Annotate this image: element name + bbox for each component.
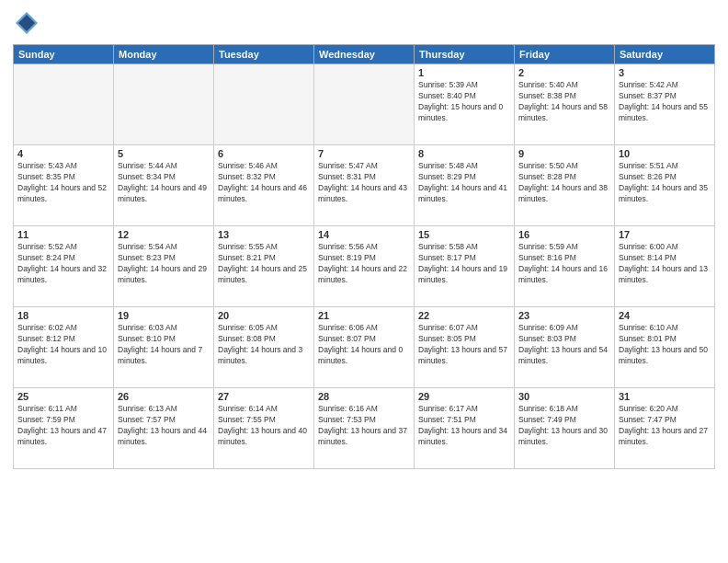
page: SundayMondayTuesdayWednesdayThursdayFrid…	[0, 0, 728, 563]
calendar-cell: 28Sunrise: 6:16 AMSunset: 7:53 PMDayligh…	[314, 388, 415, 469]
weekday-header-wednesday: Wednesday	[314, 45, 415, 64]
day-info: Sunrise: 6:07 AMSunset: 8:05 PMDaylight:…	[418, 323, 510, 367]
calendar-cell: 31Sunrise: 6:20 AMSunset: 7:47 PMDayligh…	[615, 388, 715, 469]
logo	[13, 9, 44, 37]
calendar-cell: 11Sunrise: 5:52 AMSunset: 8:24 PMDayligh…	[14, 226, 114, 307]
day-number: 12	[118, 229, 210, 240]
calendar-cell: 18Sunrise: 6:02 AMSunset: 8:12 PMDayligh…	[14, 307, 114, 388]
svg-marker-1	[18, 15, 35, 31]
day-number: 17	[619, 229, 711, 240]
day-number: 31	[619, 391, 711, 402]
day-info: Sunrise: 5:59 AMSunset: 8:16 PMDaylight:…	[518, 242, 610, 286]
day-info: Sunrise: 6:10 AMSunset: 8:01 PMDaylight:…	[619, 323, 711, 367]
calendar-cell: 14Sunrise: 5:56 AMSunset: 8:19 PMDayligh…	[314, 226, 415, 307]
day-number: 14	[318, 229, 410, 240]
day-number: 20	[218, 310, 310, 321]
weekday-header-thursday: Thursday	[415, 45, 515, 64]
day-info: Sunrise: 5:46 AMSunset: 8:32 PMDaylight:…	[218, 161, 310, 205]
day-info: Sunrise: 5:51 AMSunset: 8:26 PMDaylight:…	[619, 161, 711, 205]
day-info: Sunrise: 6:20 AMSunset: 7:47 PMDaylight:…	[619, 404, 711, 448]
day-number: 9	[518, 148, 610, 159]
day-info: Sunrise: 5:50 AMSunset: 8:28 PMDaylight:…	[518, 161, 610, 205]
weekday-header-saturday: Saturday	[615, 45, 715, 64]
day-number: 19	[118, 310, 210, 321]
calendar-cell: 25Sunrise: 6:11 AMSunset: 7:59 PMDayligh…	[14, 388, 114, 469]
calendar-cell: 23Sunrise: 6:09 AMSunset: 8:03 PMDayligh…	[515, 307, 615, 388]
calendar-cell: 6Sunrise: 5:46 AMSunset: 8:32 PMDaylight…	[214, 145, 314, 226]
weekday-header-row: SundayMondayTuesdayWednesdayThursdayFrid…	[14, 45, 715, 64]
day-info: Sunrise: 5:40 AMSunset: 8:38 PMDaylight:…	[518, 80, 610, 124]
day-number: 4	[17, 148, 109, 159]
day-number: 23	[518, 310, 610, 321]
day-info: Sunrise: 6:06 AMSunset: 8:07 PMDaylight:…	[318, 323, 410, 367]
day-number: 29	[418, 391, 510, 402]
day-info: Sunrise: 5:48 AMSunset: 8:29 PMDaylight:…	[418, 161, 510, 205]
calendar-cell: 3Sunrise: 5:42 AMSunset: 8:37 PMDaylight…	[615, 64, 715, 145]
calendar-cell: 26Sunrise: 6:13 AMSunset: 7:57 PMDayligh…	[114, 388, 214, 469]
week-row-4: 18Sunrise: 6:02 AMSunset: 8:12 PMDayligh…	[14, 307, 715, 388]
day-info: Sunrise: 6:03 AMSunset: 8:10 PMDaylight:…	[118, 323, 210, 367]
day-number: 25	[17, 391, 109, 402]
calendar-cell: 30Sunrise: 6:18 AMSunset: 7:49 PMDayligh…	[515, 388, 615, 469]
week-row-5: 25Sunrise: 6:11 AMSunset: 7:59 PMDayligh…	[14, 388, 715, 469]
day-number: 15	[418, 229, 510, 240]
day-info: Sunrise: 6:00 AMSunset: 8:14 PMDaylight:…	[619, 242, 711, 286]
day-number: 30	[518, 391, 610, 402]
day-number: 10	[619, 148, 711, 159]
calendar-cell: 22Sunrise: 6:07 AMSunset: 8:05 PMDayligh…	[415, 307, 515, 388]
weekday-header-monday: Monday	[114, 45, 214, 64]
day-info: Sunrise: 5:54 AMSunset: 8:23 PMDaylight:…	[118, 242, 210, 286]
calendar-cell: 17Sunrise: 6:00 AMSunset: 8:14 PMDayligh…	[615, 226, 715, 307]
day-info: Sunrise: 6:18 AMSunset: 7:49 PMDaylight:…	[518, 404, 610, 448]
day-info: Sunrise: 5:43 AMSunset: 8:35 PMDaylight:…	[17, 161, 109, 205]
calendar-cell	[314, 64, 415, 145]
day-info: Sunrise: 5:44 AMSunset: 8:34 PMDaylight:…	[118, 161, 210, 205]
header	[13, 9, 715, 37]
day-number: 26	[118, 391, 210, 402]
day-number: 1	[418, 67, 510, 78]
calendar-cell: 24Sunrise: 6:10 AMSunset: 8:01 PMDayligh…	[615, 307, 715, 388]
day-info: Sunrise: 6:17 AMSunset: 7:51 PMDaylight:…	[418, 404, 510, 448]
weekday-header-tuesday: Tuesday	[214, 45, 314, 64]
day-number: 6	[218, 148, 310, 159]
day-number: 8	[418, 148, 510, 159]
day-number: 2	[518, 67, 610, 78]
calendar-cell: 10Sunrise: 5:51 AMSunset: 8:26 PMDayligh…	[615, 145, 715, 226]
day-info: Sunrise: 6:16 AMSunset: 7:53 PMDaylight:…	[318, 404, 410, 448]
week-row-2: 4Sunrise: 5:43 AMSunset: 8:35 PMDaylight…	[14, 145, 715, 226]
day-number: 7	[318, 148, 410, 159]
day-info: Sunrise: 5:58 AMSunset: 8:17 PMDaylight:…	[418, 242, 510, 286]
calendar-cell: 4Sunrise: 5:43 AMSunset: 8:35 PMDaylight…	[14, 145, 114, 226]
calendar-cell: 9Sunrise: 5:50 AMSunset: 8:28 PMDaylight…	[515, 145, 615, 226]
calendar-cell	[214, 64, 314, 145]
day-number: 28	[318, 391, 410, 402]
calendar-cell: 19Sunrise: 6:03 AMSunset: 8:10 PMDayligh…	[114, 307, 214, 388]
day-info: Sunrise: 5:42 AMSunset: 8:37 PMDaylight:…	[619, 80, 711, 124]
day-info: Sunrise: 5:47 AMSunset: 8:31 PMDaylight:…	[318, 161, 410, 205]
calendar-cell: 7Sunrise: 5:47 AMSunset: 8:31 PMDaylight…	[314, 145, 415, 226]
week-row-1: 1Sunrise: 5:39 AMSunset: 8:40 PMDaylight…	[14, 64, 715, 145]
calendar-cell	[14, 64, 114, 145]
day-info: Sunrise: 6:05 AMSunset: 8:08 PMDaylight:…	[218, 323, 310, 367]
calendar-cell: 20Sunrise: 6:05 AMSunset: 8:08 PMDayligh…	[214, 307, 314, 388]
day-info: Sunrise: 5:39 AMSunset: 8:40 PMDaylight:…	[418, 80, 510, 124]
day-number: 18	[17, 310, 109, 321]
weekday-header-friday: Friday	[515, 45, 615, 64]
day-info: Sunrise: 6:14 AMSunset: 7:55 PMDaylight:…	[218, 404, 310, 448]
day-info: Sunrise: 6:02 AMSunset: 8:12 PMDaylight:…	[17, 323, 109, 367]
calendar-cell: 2Sunrise: 5:40 AMSunset: 8:38 PMDaylight…	[515, 64, 615, 145]
calendar-cell: 1Sunrise: 5:39 AMSunset: 8:40 PMDaylight…	[415, 64, 515, 145]
calendar-cell: 12Sunrise: 5:54 AMSunset: 8:23 PMDayligh…	[114, 226, 214, 307]
calendar-cell: 29Sunrise: 6:17 AMSunset: 7:51 PMDayligh…	[415, 388, 515, 469]
day-number: 11	[17, 229, 109, 240]
day-number: 27	[218, 391, 310, 402]
day-info: Sunrise: 5:52 AMSunset: 8:24 PMDaylight:…	[17, 242, 109, 286]
calendar-cell: 21Sunrise: 6:06 AMSunset: 8:07 PMDayligh…	[314, 307, 415, 388]
day-number: 21	[318, 310, 410, 321]
calendar-cell: 8Sunrise: 5:48 AMSunset: 8:29 PMDaylight…	[415, 145, 515, 226]
calendar-cell: 16Sunrise: 5:59 AMSunset: 8:16 PMDayligh…	[515, 226, 615, 307]
day-info: Sunrise: 6:13 AMSunset: 7:57 PMDaylight:…	[118, 404, 210, 448]
week-row-3: 11Sunrise: 5:52 AMSunset: 8:24 PMDayligh…	[14, 226, 715, 307]
day-info: Sunrise: 6:11 AMSunset: 7:59 PMDaylight:…	[17, 404, 109, 448]
day-number: 3	[619, 67, 711, 78]
